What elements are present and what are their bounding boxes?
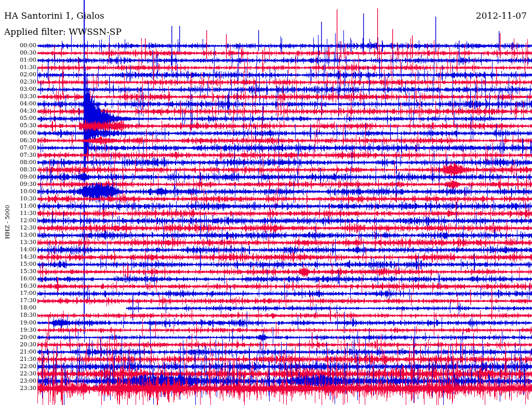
time-label: 04:30 [0,108,36,114]
time-label: 07:00 [0,145,36,151]
channel-axis-label: HHZ - 5000 [4,199,11,246]
time-label: 19:30 [0,327,36,333]
time-label: 15:30 [0,268,36,275]
time-label: 00:30 [0,50,36,56]
time-label: 06:30 [0,138,36,144]
time-label: 01:00 [0,57,36,63]
time-label: 17:30 [0,298,36,304]
time-label: 23:30 [0,385,36,392]
time-label: 03:00 [0,86,36,92]
time-label: 02:00 [0,72,36,78]
time-label: 09:00 [0,174,36,180]
time-label: 23:00 [0,378,36,384]
time-label: 21:00 [0,349,36,355]
time-label: 10:00 [0,188,36,195]
time-label: 22:30 [0,371,36,377]
time-label: 03:30 [0,93,36,100]
time-label: 16:00 [0,276,36,282]
time-label: 14:00 [0,247,36,253]
date-label: 2012-11-07 [476,10,527,21]
time-label: 14:30 [0,254,36,260]
time-label: 18:00 [0,305,36,311]
time-label: 19:00 [0,320,36,326]
time-label: 22:00 [0,363,36,370]
time-label: 08:30 [0,167,36,173]
time-label: 04:00 [0,101,36,107]
time-label: 15:00 [0,261,36,267]
filter-label: Applied filter: WWSSN-SP [4,26,122,37]
time-label: 20:00 [0,334,36,341]
time-label: 06:00 [0,130,36,136]
time-label: 20:30 [0,342,36,348]
time-label: 02:30 [0,79,36,85]
time-label: 21:30 [0,356,36,362]
helicorder-screen: HA Santorini 1, Gialos Applied filter: W… [0,0,532,405]
time-label: 05:30 [0,123,36,129]
time-label: 07:30 [0,152,36,158]
time-label: 01:30 [0,64,36,71]
station-title: HA Santorini 1, Gialos [4,10,104,21]
time-label: 00:00 [0,43,36,49]
time-label: 16:30 [0,283,36,289]
time-label: 17:00 [0,290,36,296]
helicorder-canvas [0,0,532,405]
time-label: 08:00 [0,159,36,166]
time-label: 18:30 [0,312,36,318]
time-label: 09:30 [0,181,36,187]
time-label: 05:00 [0,115,36,122]
